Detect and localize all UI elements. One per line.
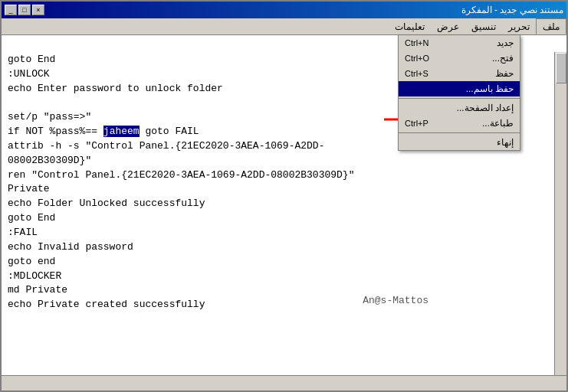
- line-10: Private: [8, 183, 50, 194]
- line-13: :FAIL: [8, 227, 38, 238]
- line-1: goto End: [8, 54, 55, 65]
- vertical-scrollbar[interactable]: [554, 52, 566, 375]
- menu-new[interactable]: جديد Ctrl+N: [399, 35, 520, 51]
- menu-exit-label: إنهاء: [497, 137, 514, 148]
- line-17: md Private: [8, 284, 67, 296]
- menu-save-label: حفظ: [495, 68, 514, 79]
- line-14: echo Invalid password: [8, 241, 133, 253]
- menu-new-label: جديد: [497, 38, 514, 48]
- line-9: ren "Control Panel.{21EC2020-3AEA-1069-A…: [8, 169, 354, 181]
- menu-new-shortcut: Ctrl+N: [405, 38, 428, 47]
- line-3: echo Enter password to unlock folder: [8, 83, 223, 94]
- menu-separator-1: [399, 98, 520, 99]
- maximize-button[interactable]: □: [18, 5, 31, 15]
- watermark: An@s-Mattos: [363, 295, 428, 306]
- menu-bar: ملف تحرير تنسيق عرض تعليمات جديد Ctrl+N …: [2, 18, 566, 35]
- title-bar: مستند نصي جديد - المفكرة _ □ ×: [2, 2, 566, 18]
- title-bar-buttons: _ □ ×: [5, 5, 44, 15]
- menu-pagesetup-label: إعداد الصفحة...: [457, 103, 514, 113]
- scrollbar-thumb[interactable]: [556, 53, 566, 83]
- line-2: :UNLOCK: [8, 68, 50, 80]
- line-12: goto End: [8, 212, 55, 224]
- menu-item-help[interactable]: تعليمات: [389, 18, 431, 34]
- highlight-jaheem: jaheem: [103, 126, 140, 137]
- line-18: echo Private created successfully: [8, 299, 205, 310]
- line-5: set/p "pass=>": [8, 111, 91, 122]
- menu-save[interactable]: حفظ Ctrl+S: [399, 66, 520, 81]
- menu-open-shortcut: Ctrl+O: [405, 54, 429, 63]
- line-7: attrib -h -s "Control Panel.{21EC2020-3A…: [8, 140, 324, 152]
- line-6: if NOT %pass%== jaheem goto FAIL: [8, 126, 199, 137]
- minimize-button[interactable]: _: [5, 5, 17, 15]
- close-button[interactable]: ×: [32, 5, 44, 15]
- line-16: :MDLOCKER: [8, 270, 61, 282]
- status-bar: [2, 375, 566, 390]
- menu-separator-2: [399, 132, 520, 133]
- menu-print-label: طباعة...: [482, 118, 514, 129]
- window-title: مستند نصي جديد - المفكرة: [461, 5, 563, 15]
- menu-save-shortcut: Ctrl+S: [405, 69, 428, 78]
- menu-item-view[interactable]: عرض: [431, 18, 465, 34]
- line-15: goto end: [8, 256, 55, 267]
- menu-item-edit[interactable]: تحرير: [502, 18, 536, 34]
- menu-saveas[interactable]: حفظ باسم...: [399, 81, 520, 96]
- menu-print[interactable]: طباعة... Ctrl+P: [399, 116, 520, 131]
- main-window: مستند نصي جديد - المفكرة _ □ × ملف تحرير…: [0, 0, 568, 392]
- menu-pagesetup[interactable]: إعداد الصفحة...: [399, 100, 520, 116]
- menu-item-file[interactable]: ملف: [536, 18, 566, 34]
- menu-print-shortcut: Ctrl+P: [405, 119, 428, 128]
- menu-saveas-label: حفظ باسم...: [466, 83, 514, 94]
- menu-exit[interactable]: إنهاء: [399, 135, 520, 150]
- menu-item-format[interactable]: تنسيق: [465, 18, 502, 34]
- file-dropdown-menu: جديد Ctrl+N فتح... Ctrl+O حفظ Ctrl+S حفظ…: [398, 35, 520, 151]
- menu-open[interactable]: فتح... Ctrl+O: [399, 51, 520, 66]
- line-8: 08002B30309D}": [8, 155, 91, 166]
- menu-open-label: فتح...: [492, 53, 514, 64]
- line-11: echo Folder Unlocked successfully: [8, 198, 205, 209]
